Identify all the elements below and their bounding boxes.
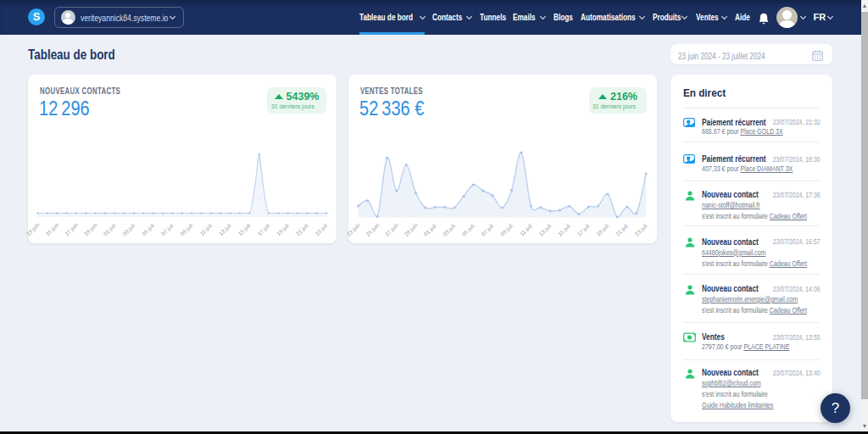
svg-text:17 juil.: 17 juil.	[256, 221, 272, 237]
svg-text:25 juin: 25 juin	[364, 221, 381, 237]
svg-text:23 juil.: 23 juil.	[314, 221, 330, 237]
svg-text:23 juil.: 23 juil.	[633, 222, 649, 238]
svg-text:11 juil.: 11 juil.	[198, 221, 214, 237]
svg-text:29 juin: 29 juin	[403, 221, 419, 237]
svg-text:15 juil.: 15 juil.	[236, 221, 253, 237]
svg-text:03 juil.: 03 juil.	[121, 221, 137, 237]
svg-text:19 juil.: 19 juil.	[595, 222, 611, 238]
svg-text:23 juin: 23 juin	[25, 221, 42, 237]
svg-text:23 juin: 23 juin	[346, 221, 362, 237]
svg-text:01 juil.: 01 juil.	[103, 221, 119, 237]
svg-text:07 juil.: 07 juil.	[160, 221, 176, 237]
svg-text:05 juil.: 05 juil.	[461, 222, 477, 238]
svg-text:17 juil.: 17 juil.	[576, 222, 592, 238]
svg-text:05 juil.: 05 juil.	[141, 221, 157, 237]
svg-text:27 juin: 27 juin	[64, 221, 80, 237]
svg-text:29 juin: 29 juin	[83, 221, 99, 237]
svg-text:25 juin: 25 juin	[44, 221, 60, 237]
svg-text:11 juil.: 11 juil.	[519, 222, 535, 238]
svg-text:07 juil.: 07 juil.	[480, 222, 496, 238]
svg-text:13 juil.: 13 juil.	[537, 222, 554, 238]
svg-text:09 juil.: 09 juil.	[499, 222, 515, 238]
svg-text:09 juil.: 09 juil.	[179, 221, 195, 237]
svg-text:15 juil.: 15 juil.	[557, 222, 573, 238]
svg-text:01 juil.: 01 juil.	[422, 222, 438, 238]
svg-text:13 juil.: 13 juil.	[218, 221, 234, 237]
svg-text:27 juin: 27 juin	[384, 221, 400, 237]
svg-text:03 juil.: 03 juil.	[442, 222, 458, 238]
svg-text:21 juil.: 21 juil.	[615, 222, 631, 238]
svg-text:21 juil.: 21 juil.	[295, 221, 311, 237]
svg-text:19 juil.: 19 juil.	[275, 221, 292, 237]
